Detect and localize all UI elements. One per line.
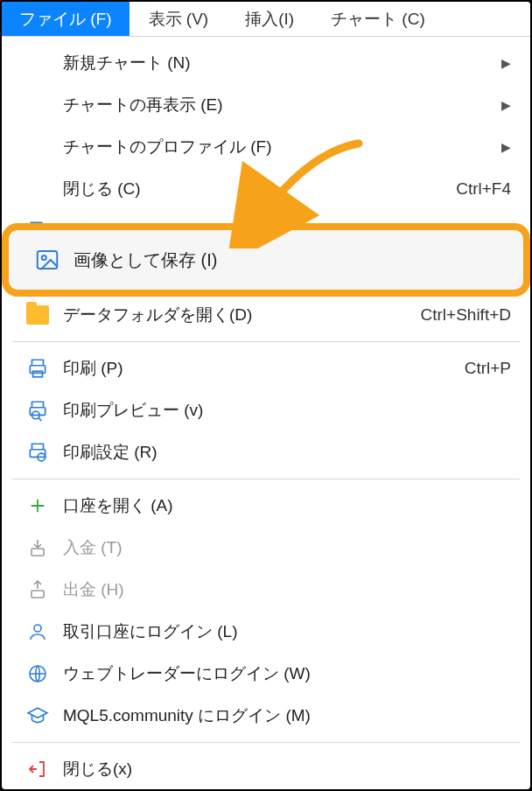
menubar-view[interactable]: 表示 (V) bbox=[131, 2, 227, 36]
menu-close-shortcut: Ctrl+F4 bbox=[456, 179, 511, 199]
menu-exit-label: 閉じる(x) bbox=[63, 758, 511, 780]
menu-open-data-folder-shortcut: Ctrl+Shift+D bbox=[421, 305, 511, 325]
app-window: ファイル (F) 表示 (V) 挿入(I) チャート (C) 新規チャート (N… bbox=[0, 0, 532, 791]
menu-login-mql5[interactable]: MQL5.community にログイン (M) bbox=[2, 695, 530, 737]
menu-withdraw[interactable]: 出金 (H) bbox=[2, 569, 530, 611]
menu-print-shortcut: Ctrl+P bbox=[465, 359, 511, 378]
menu-exit[interactable]: 閉じる(x) bbox=[2, 748, 530, 790]
menu-new-chart-label: 新規チャート (N) bbox=[63, 52, 501, 74]
menu-close-label: 閉じる (C) bbox=[63, 178, 456, 200]
menubar: ファイル (F) 表示 (V) 挿入(I) チャート (C) bbox=[2, 2, 530, 37]
menu-open-account[interactable]: 口座を開く (A) bbox=[2, 485, 530, 527]
menu-save-as-image[interactable]: 画像として保存 (I) bbox=[7, 228, 525, 291]
menu-print-setup[interactable]: 印刷設定 (R) bbox=[2, 431, 530, 473]
deposit-icon bbox=[12, 537, 63, 558]
submenu-indicator-icon: ▶ bbox=[501, 56, 511, 70]
menu-reshow-chart-label: チャートの再表示 (E) bbox=[63, 94, 501, 116]
menu-print-label: 印刷 (P) bbox=[63, 357, 465, 380]
svg-point-2 bbox=[42, 256, 46, 260]
graduation-cap-icon bbox=[12, 704, 63, 727]
menubar-chart-label: チャート (C) bbox=[331, 8, 425, 31]
print-preview-icon bbox=[12, 399, 63, 422]
menu-print-setup-label: 印刷設定 (R) bbox=[63, 441, 511, 464]
menu-open-account-label: 口座を開く (A) bbox=[63, 494, 511, 517]
menubar-file-label: ファイル (F) bbox=[19, 8, 112, 31]
menu-login-account-label: 取引口座にログイン (L) bbox=[63, 620, 511, 643]
menu-separator bbox=[12, 341, 520, 342]
annotation-highlight: 画像として保存 (I) bbox=[7, 228, 525, 291]
image-icon bbox=[26, 247, 68, 273]
menu-deposit[interactable]: 入金 (T) bbox=[2, 527, 530, 569]
menu-login-mql5-label: MQL5.community にログイン (M) bbox=[63, 704, 511, 727]
menu-login-webtrader[interactable]: ウェブトレーダーにログイン (W) bbox=[2, 653, 530, 695]
menubar-view-label: 表示 (V) bbox=[149, 8, 209, 31]
menu-login-account[interactable]: 取引口座にログイン (L) bbox=[2, 611, 530, 653]
menu-separator bbox=[12, 479, 520, 480]
folder-icon bbox=[12, 305, 63, 325]
submenu-indicator-icon: ▶ bbox=[501, 140, 511, 154]
menu-save-shortcut: Ctrl+S bbox=[465, 221, 511, 226]
print-settings-icon bbox=[12, 441, 63, 464]
menu-open-data-folder[interactable]: データフォルダを開く(D) Ctrl+Shift+D bbox=[2, 294, 530, 336]
menu-separator bbox=[12, 742, 520, 743]
svg-rect-1 bbox=[38, 251, 58, 269]
menu-save-label: 保存 (S) bbox=[63, 220, 465, 226]
save-icon bbox=[12, 220, 63, 226]
menu-print-preview[interactable]: 印刷プレビュー (v) bbox=[2, 389, 530, 431]
menu-open-data-folder-label: データフォルダを開く(D) bbox=[63, 304, 421, 326]
menu-save-as-image-label: 画像として保存 (I) bbox=[74, 248, 217, 272]
menu-reshow-chart[interactable]: チャートの再表示 (E) ▶ bbox=[2, 84, 530, 126]
menu-print[interactable]: 印刷 (P) Ctrl+P bbox=[2, 347, 530, 389]
menubar-insert-label: 挿入(I) bbox=[245, 8, 294, 31]
menu-chart-profile[interactable]: チャートのプロファイル (F) ▶ bbox=[2, 126, 530, 168]
user-icon bbox=[12, 621, 63, 642]
menu-new-chart[interactable]: 新規チャート (N) ▶ bbox=[2, 42, 530, 84]
menubar-chart[interactable]: チャート (C) bbox=[313, 2, 443, 36]
menu-chart-profile-label: チャートのプロファイル (F) bbox=[63, 136, 501, 158]
plus-icon bbox=[12, 496, 63, 515]
menu-print-preview-label: 印刷プレビュー (v) bbox=[63, 399, 511, 422]
menu-login-webtrader-label: ウェブトレーダーにログイン (W) bbox=[63, 662, 511, 685]
svg-rect-9 bbox=[32, 549, 44, 556]
menu-deposit-label: 入金 (T) bbox=[63, 536, 511, 559]
exit-icon bbox=[12, 759, 63, 780]
menu-withdraw-label: 出金 (H) bbox=[63, 578, 511, 601]
svg-rect-4 bbox=[33, 371, 43, 377]
menubar-insert[interactable]: 挿入(I) bbox=[228, 2, 312, 36]
submenu-indicator-icon: ▶ bbox=[501, 98, 511, 112]
withdraw-icon bbox=[12, 579, 63, 600]
file-menu: 新規チャート (N) ▶ チャートの再表示 (E) ▶ チャートのプロファイル … bbox=[2, 37, 530, 790]
printer-icon bbox=[12, 357, 63, 380]
menubar-file[interactable]: ファイル (F) bbox=[2, 2, 130, 36]
svg-rect-10 bbox=[32, 591, 44, 598]
menu-close[interactable]: 閉じる (C) Ctrl+F4 bbox=[2, 168, 530, 210]
menu-save[interactable]: 保存 (S) Ctrl+S bbox=[2, 210, 530, 226]
svg-point-11 bbox=[34, 625, 41, 632]
globe-icon bbox=[12, 663, 63, 684]
